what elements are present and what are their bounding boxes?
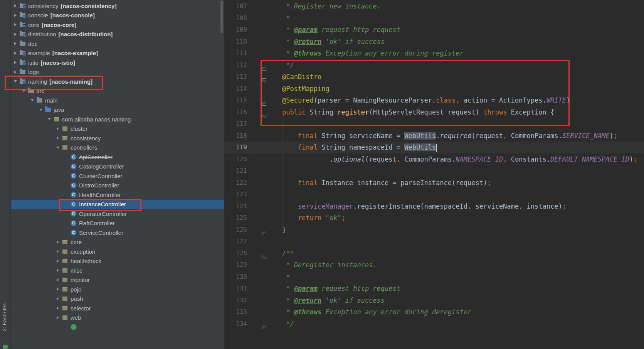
code-line[interactable]: 109 * @param request http request xyxy=(224,24,644,36)
tree-item-RaftController[interactable]: CRaftController xyxy=(10,219,224,228)
line-number: 112 xyxy=(224,59,247,71)
tree-item-push[interactable]: push xyxy=(10,294,224,304)
tree-item-core[interactable]: core[nacos-core] xyxy=(10,20,224,30)
tree-item-InstanceController[interactable]: CInstanceController xyxy=(10,200,224,209)
chevron-collapsed-icon[interactable] xyxy=(55,277,61,283)
chevron-expanded-icon[interactable] xyxy=(46,116,52,122)
tree-item-main[interactable]: main xyxy=(10,96,224,105)
tree-item-distribution[interactable]: distribution[nacos-distribution] xyxy=(10,30,224,39)
chevron-collapsed-icon[interactable] xyxy=(55,135,61,141)
code-line[interactable]: 128 /** xyxy=(224,248,644,260)
code-text: * @return 'ok' if success xyxy=(266,36,385,48)
tree-item-healthcheck[interactable]: healthcheck xyxy=(10,256,224,266)
code-line[interactable]: 112 */ xyxy=(224,59,644,71)
chevron-collapsed-icon[interactable] xyxy=(55,296,61,302)
code-line[interactable]: 115 @Secured(parser = NamingResourcePars… xyxy=(224,94,644,106)
chevron-collapsed-icon[interactable] xyxy=(55,239,61,245)
tree-item-doc[interactable]: doc xyxy=(10,39,224,49)
tree-item-console[interactable]: console[nacos-console] xyxy=(10,11,224,20)
tree-item-DistroController[interactable]: CDistroController xyxy=(10,181,224,191)
code-line[interactable]: 124 serviceManager.registerInstance(name… xyxy=(224,201,644,212)
tree-item-cluster[interactable]: cluster xyxy=(10,124,224,134)
tree-item-consistency[interactable]: consistency[nacos-consistency] xyxy=(10,1,224,11)
code-line[interactable]: 127 xyxy=(224,236,644,248)
tree-item-com.alibaba.nacos.naming[interactable]: com.alibaba.nacos.naming xyxy=(10,115,224,124)
tree-item-monitor[interactable]: monitor xyxy=(10,275,224,285)
tree-item-exception[interactable]: exception xyxy=(10,247,224,256)
chevron-collapsed-icon[interactable] xyxy=(12,69,18,75)
tree-item-ClusterController[interactable]: CClusterController xyxy=(10,171,224,181)
tree-item-java[interactable]: java xyxy=(10,105,224,115)
tree-item-controllers[interactable]: controllers xyxy=(10,143,224,153)
tree-item-pojo[interactable]: pojo xyxy=(10,285,224,294)
chevron-expanded-icon[interactable] xyxy=(38,107,44,113)
tree-item-label: core xyxy=(28,22,39,28)
code-line[interactable]: 107 * Register new instance. xyxy=(224,0,644,12)
chevron-expanded-icon[interactable] xyxy=(12,78,18,84)
code-line[interactable]: 125 return "ok"; xyxy=(224,212,644,224)
code-line[interactable]: 129 * Deregister instances. xyxy=(224,259,644,271)
chevron-collapsed-icon[interactable] xyxy=(55,305,61,311)
chevron-collapsed-icon[interactable] xyxy=(12,40,18,47)
code-line[interactable]: 123 xyxy=(224,189,644,201)
chevron-collapsed-icon[interactable] xyxy=(12,50,18,56)
chevron-collapsed-icon[interactable] xyxy=(12,31,18,37)
chevron-expanded-icon[interactable] xyxy=(55,145,61,151)
code-line[interactable]: 132 * @return 'ok' if success xyxy=(224,295,644,307)
tree-item-web[interactable]: web xyxy=(10,313,224,323)
tree-item-label: main xyxy=(45,97,58,104)
package-icon xyxy=(61,286,69,293)
tree-item-naming[interactable]: naming[nacos-naming] xyxy=(10,77,224,86)
tree-item-ApiController[interactable]: CApiController xyxy=(10,152,224,162)
code-line[interactable]: 108 * xyxy=(224,12,644,24)
tree-item-src[interactable]: src xyxy=(10,86,224,96)
chevron-collapsed-icon[interactable] xyxy=(12,12,18,19)
code-line[interactable]: 118 final String serviceName = WebUtils.… xyxy=(224,130,644,142)
project-tree-scrollbar[interactable] xyxy=(220,1,223,33)
chevron-expanded-icon[interactable] xyxy=(21,88,27,94)
tree-item-consistency[interactable]: consistency xyxy=(10,133,224,143)
tree-item-misc[interactable]: misc xyxy=(10,266,224,275)
chevron-collapsed-icon[interactable] xyxy=(55,258,61,264)
code-line[interactable]: 113 @CanDistro xyxy=(224,71,644,83)
code-line[interactable]: 116 public String register(HttpServletRe… xyxy=(224,106,644,118)
code-line[interactable]: 130 * xyxy=(224,271,644,283)
code-line[interactable]: 122 final Instance instance = parseInsta… xyxy=(224,177,644,189)
chevron-collapsed-icon[interactable] xyxy=(55,267,61,273)
tree-item-ServiceController[interactable]: CServiceController xyxy=(10,228,224,238)
tree-item-selector[interactable]: selector xyxy=(10,303,224,313)
tree-item-core[interactable]: core xyxy=(10,238,224,247)
folder-icon xyxy=(27,88,35,94)
chevron-collapsed-icon[interactable] xyxy=(12,3,18,9)
code-line[interactable]: 117 xyxy=(224,118,644,130)
code-text: final String serviceName = WebUtils.requ… xyxy=(266,130,617,142)
code-line[interactable]: 134 */ xyxy=(224,318,644,330)
chevron-collapsed-icon[interactable] xyxy=(12,59,18,66)
tool-strip-bottom-icon[interactable] xyxy=(3,345,8,349)
code-line[interactable]: 126 } xyxy=(224,224,644,236)
tree-item-example[interactable]: example[nacos-example] xyxy=(10,49,224,58)
tree-item-OperatorController[interactable]: COperatorController xyxy=(10,209,224,219)
code-line[interactable]: 114 @PostMapping xyxy=(224,83,644,95)
code-line[interactable]: 119 final String namespaceId = WebUtils xyxy=(224,142,644,153)
tree-item-HealthController[interactable]: CHealthController xyxy=(10,190,224,200)
chevron-collapsed-icon[interactable] xyxy=(55,126,61,132)
chevron-collapsed-icon[interactable] xyxy=(55,248,61,255)
code-line[interactable]: 120 .optional(request, CommonParams.NAME… xyxy=(224,153,644,165)
chevron-collapsed-icon[interactable] xyxy=(55,286,61,292)
favorites-tool-button[interactable]: 2: Favorites xyxy=(2,303,7,331)
tree-item-logs[interactable]: logs xyxy=(10,67,224,77)
code-line[interactable]: 133 * @throws Exception any error during… xyxy=(224,306,644,318)
code-editor[interactable]: 107 * Register new instance.108 *109 * @… xyxy=(224,0,644,349)
code-line[interactable]: 111 * @throws Exception any error during… xyxy=(224,47,644,59)
code-line[interactable]: 121 xyxy=(224,165,644,177)
chevron-collapsed-icon[interactable] xyxy=(12,22,18,28)
code-line[interactable]: 131 * @param request http request xyxy=(224,283,644,295)
module-name-suffix: [nacos-distribution] xyxy=(59,31,113,37)
tree-item-partial[interactable] xyxy=(10,322,224,330)
chevron-expanded-icon[interactable] xyxy=(29,97,35,103)
code-line[interactable]: 110 * @return 'ok' if success xyxy=(224,36,644,48)
tree-item-CatalogController[interactable]: CCatalogController xyxy=(10,162,224,172)
chevron-collapsed-icon[interactable] xyxy=(55,315,61,321)
tree-item-istio[interactable]: istio[nacos-istio] xyxy=(10,58,224,67)
